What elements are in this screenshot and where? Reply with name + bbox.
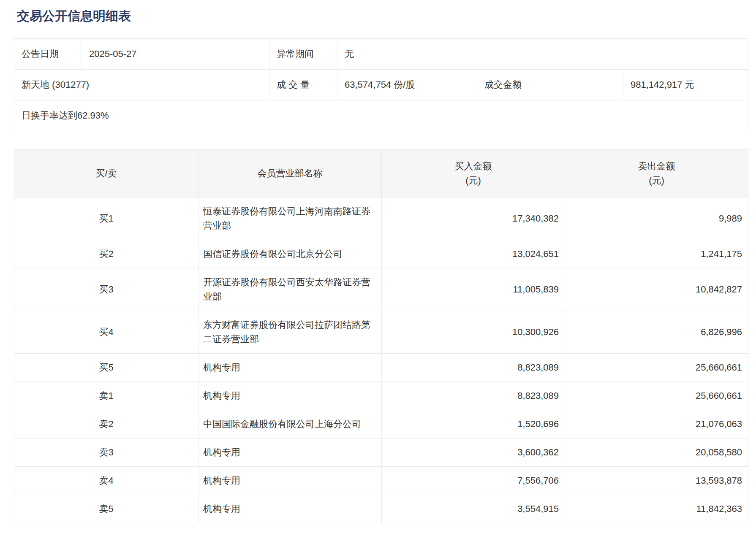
turnover-label: 成交金额 xyxy=(477,70,623,100)
branch-cell: 国信证券股份有限公司北京分公司 xyxy=(199,240,382,268)
buy-amount-cell: 8,823,089 xyxy=(382,382,565,410)
summary-row-note: 日换手率达到62.93% xyxy=(14,100,748,131)
sell-amount-cell: 1,241,175 xyxy=(565,240,748,268)
buy-amount-cell: 7,556,706 xyxy=(382,467,565,495)
buy-amount-cell: 11,005,839 xyxy=(382,268,565,311)
abnormal-period-value: 无 xyxy=(337,39,748,70)
buy-amount-cell: 3,600,362 xyxy=(382,439,565,467)
abnormal-period-label: 异常期间 xyxy=(269,39,337,70)
side-cell: 卖3 xyxy=(14,439,199,467)
sell-amount-cell: 10,842,827 xyxy=(565,268,748,311)
branch-cell: 东方财富证券股份有限公司拉萨团结路第二证券营业部 xyxy=(199,311,382,354)
col-header-sell: 卖出金额(元) xyxy=(565,150,748,198)
buy-amount-cell: 13,024,651 xyxy=(382,240,565,268)
col-header-buy-line1: 买入金额 xyxy=(389,159,557,173)
volume-value: 63,574,754 份/股 xyxy=(337,70,477,100)
side-cell: 卖1 xyxy=(14,382,199,410)
table-row: 买1 恒泰证券股份有限公司上海河南南路证券营业部 17,340,382 9,98… xyxy=(14,198,748,240)
detail-header-row: 买/卖 会员营业部名称 买入金额(元) 卖出金额(元) xyxy=(14,150,748,198)
trade-detail-table: 买/卖 会员营业部名称 买入金额(元) 卖出金额(元) 买1 恒泰证券股份有限公… xyxy=(14,149,748,523)
table-row: 买3 开源证券股份有限公司西安太华路证券营业部 11,005,839 10,84… xyxy=(14,268,748,311)
table-row: 卖5 机构专用 3,554,915 11,842,363 xyxy=(14,495,748,523)
branch-cell: 机构专用 xyxy=(199,495,382,523)
buy-amount-cell: 1,520,696 xyxy=(382,410,565,439)
branch-cell: 中国国际金融股份有限公司上海分公司 xyxy=(199,410,382,439)
turnover-value: 981,142,917 元 xyxy=(623,70,748,100)
side-cell: 卖5 xyxy=(14,495,199,523)
side-cell: 卖2 xyxy=(14,410,199,439)
table-row: 卖1 机构专用 8,823,089 25,660,661 xyxy=(14,382,748,410)
table-row: 卖4 机构专用 7,556,706 13,593,878 xyxy=(14,467,748,495)
table-row: 买5 机构专用 8,823,089 25,660,661 xyxy=(14,354,748,382)
summary-row-date: 公告日期 2025-05-27 异常期间 无 xyxy=(14,39,748,70)
table-row: 卖3 机构专用 3,600,362 20,058,580 xyxy=(14,439,748,467)
stock-name-cell: 新天地 (301277) xyxy=(14,70,269,100)
branch-cell: 机构专用 xyxy=(199,382,382,410)
sell-amount-cell: 6,826,996 xyxy=(565,311,748,354)
table-row: 卖2 中国国际金融股份有限公司上海分公司 1,520,696 21,076,06… xyxy=(14,410,748,439)
branch-cell: 开源证券股份有限公司西安太华路证券营业部 xyxy=(199,268,382,311)
side-cell: 买4 xyxy=(14,311,199,354)
branch-cell: 恒泰证券股份有限公司上海河南南路证券营业部 xyxy=(199,198,382,240)
side-cell: 买1 xyxy=(14,198,199,240)
side-cell: 买3 xyxy=(14,268,199,311)
branch-cell: 机构专用 xyxy=(199,439,382,467)
trade-summary-table: 公告日期 2025-05-27 异常期间 无 新天地 (301277) 成 交 … xyxy=(14,38,748,131)
side-cell: 卖4 xyxy=(14,467,199,495)
table-row: 买2 国信证券股份有限公司北京分公司 13,024,651 1,241,175 xyxy=(14,240,748,268)
sell-amount-cell: 9,989 xyxy=(565,198,748,240)
buy-amount-cell: 3,554,915 xyxy=(382,495,565,523)
turnover-rate-note: 日换手率达到62.93% xyxy=(14,100,748,131)
buy-amount-cell: 8,823,089 xyxy=(382,354,565,382)
page-title: 交易公开信息明细表 xyxy=(17,8,756,24)
sell-amount-cell: 25,660,661 xyxy=(565,354,748,382)
side-cell: 买5 xyxy=(14,354,199,382)
sell-amount-cell: 25,660,661 xyxy=(565,382,748,410)
col-header-buy: 买入金额(元) xyxy=(382,150,565,198)
col-header-side: 买/卖 xyxy=(14,150,199,198)
announce-date-value: 2025-05-27 xyxy=(82,39,269,70)
side-cell: 买2 xyxy=(14,240,199,268)
buy-amount-cell: 10,300,926 xyxy=(382,311,565,354)
sell-amount-cell: 11,842,363 xyxy=(565,495,748,523)
sell-amount-cell: 13,593,878 xyxy=(565,467,748,495)
sell-amount-cell: 21,076,063 xyxy=(565,410,748,439)
col-header-buy-line2: (元) xyxy=(389,173,557,188)
announce-date-label: 公告日期 xyxy=(14,39,82,70)
branch-cell: 机构专用 xyxy=(199,467,382,495)
summary-row-stock: 新天地 (301277) 成 交 量 63,574,754 份/股 成交金额 9… xyxy=(14,70,748,100)
sell-amount-cell: 20,058,580 xyxy=(565,439,748,467)
table-row: 买4 东方财富证券股份有限公司拉萨团结路第二证券营业部 10,300,926 6… xyxy=(14,311,748,354)
buy-amount-cell: 17,340,382 xyxy=(382,198,565,240)
volume-label: 成 交 量 xyxy=(269,70,337,100)
col-header-sell-line2: (元) xyxy=(572,173,741,188)
col-header-branch: 会员营业部名称 xyxy=(199,150,382,198)
col-header-sell-line1: 卖出金额 xyxy=(572,159,741,173)
branch-cell: 机构专用 xyxy=(199,354,382,382)
